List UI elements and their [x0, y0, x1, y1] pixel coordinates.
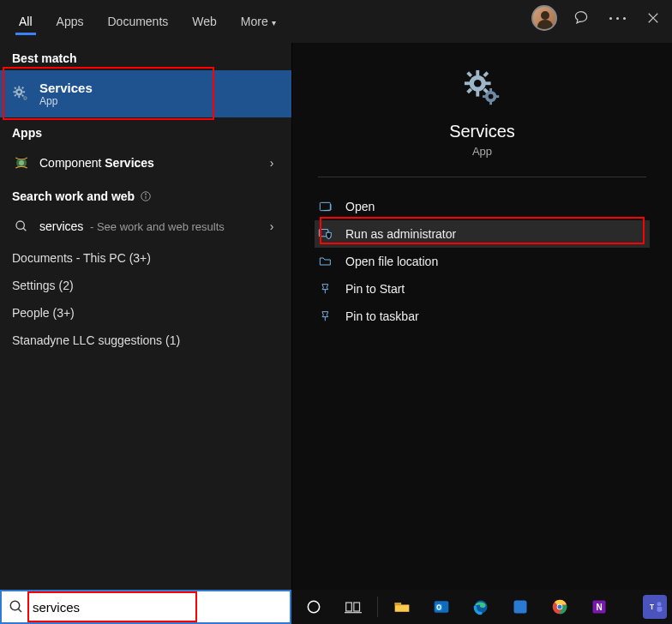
feedback-icon[interactable] — [569, 6, 593, 30]
svg-rect-26 — [483, 71, 489, 77]
folder-icon — [318, 255, 333, 267]
svg-rect-50 — [514, 601, 527, 614]
pin-icon — [318, 283, 333, 295]
taskbar-app-blue[interactable] — [503, 590, 537, 624]
section-best-match: Best match — [0, 43, 291, 70]
search-input[interactable] — [31, 591, 290, 622]
section-apps: Apps — [0, 117, 291, 145]
taskbar-task-view[interactable] — [336, 590, 370, 624]
action-open-file-location[interactable]: Open file location — [292, 248, 672, 275]
svg-rect-22 — [464, 81, 470, 85]
svg-rect-45 — [395, 603, 402, 605]
svg-rect-35 — [320, 202, 330, 210]
tab-web[interactable]: Web — [180, 4, 229, 39]
preview-subtitle: App — [292, 145, 672, 158]
chevron-right-icon: › — [264, 219, 279, 233]
group-stanadyne[interactable]: Stanadyne LLC suggestions (1) — [0, 327, 291, 354]
group-settings[interactable]: Settings (2) — [0, 272, 291, 299]
best-match-result[interactable]: Services App — [0, 70, 291, 117]
services-gear-icon — [463, 69, 502, 108]
svg-rect-30 — [489, 88, 492, 93]
best-match-subtitle: App — [39, 95, 93, 107]
open-icon — [318, 201, 333, 213]
svg-rect-31 — [489, 100, 492, 105]
services-gear-icon — [12, 85, 31, 104]
svg-point-34 — [488, 94, 493, 99]
more-options-icon[interactable] — [605, 6, 629, 30]
pin-icon — [318, 310, 333, 322]
svg-rect-2 — [18, 95, 20, 98]
svg-point-11 — [24, 97, 26, 99]
result-web-services[interactable]: services - See work and web results › — [0, 208, 291, 244]
taskbar-chrome[interactable] — [543, 590, 577, 624]
search-box[interactable] — [0, 590, 291, 624]
svg-point-53 — [558, 605, 562, 609]
info-icon — [140, 190, 152, 202]
taskbar-onenote[interactable]: N — [582, 590, 616, 624]
section-search-work-web: Search work and web — [0, 181, 291, 208]
svg-point-9 — [17, 90, 21, 93]
search-icon — [12, 217, 31, 236]
tab-all[interactable]: All — [7, 4, 45, 39]
taskbar-edge[interactable] — [464, 590, 498, 624]
svg-rect-23 — [484, 81, 490, 85]
tab-documents[interactable]: Documents — [95, 4, 180, 39]
chevron-down-icon: ▾ — [272, 18, 276, 27]
svg-rect-1 — [18, 86, 20, 88]
component-services-icon — [12, 153, 31, 172]
search-scope-tabs: All Apps Documents Web More▾ — [0, 0, 672, 43]
svg-point-28 — [473, 80, 481, 87]
taskbar: N — [291, 590, 672, 624]
close-button[interactable] — [641, 6, 665, 30]
annotation-highlight — [320, 217, 645, 244]
svg-rect-6 — [21, 94, 24, 97]
result-component-services[interactable]: Component Services › — [0, 145, 291, 181]
svg-point-58 — [657, 602, 662, 606]
svg-rect-8 — [14, 93, 16, 96]
svg-rect-43 — [354, 603, 360, 611]
taskbar-teams[interactable]: T — [643, 595, 667, 619]
search-icon — [2, 599, 31, 615]
svg-rect-4 — [22, 91, 25, 93]
taskbar-file-explorer[interactable] — [385, 590, 419, 624]
group-documents[interactable]: Documents - This PC (3+) — [0, 244, 291, 272]
search-results-panel: Best match Services App Apps — [0, 43, 291, 624]
svg-rect-33 — [495, 95, 499, 98]
group-people[interactable]: People (3+) — [0, 299, 291, 327]
svg-point-13 — [19, 160, 24, 165]
svg-rect-5 — [14, 87, 16, 89]
preview-title: Services — [292, 122, 672, 141]
action-pin-to-taskbar[interactable]: Pin to taskbar — [292, 303, 672, 330]
svg-text:N: N — [596, 603, 602, 612]
svg-rect-7 — [21, 87, 24, 89]
user-avatar[interactable] — [531, 5, 557, 31]
svg-rect-3 — [13, 91, 15, 93]
tab-more[interactable]: More▾ — [229, 4, 288, 39]
taskbar-outlook[interactable] — [424, 590, 459, 624]
svg-point-17 — [16, 221, 24, 229]
divider — [318, 177, 646, 177]
tab-apps[interactable]: Apps — [45, 4, 96, 39]
svg-text:T: T — [650, 603, 654, 611]
svg-rect-20 — [476, 70, 479, 76]
svg-point-41 — [308, 601, 319, 612]
svg-rect-24 — [466, 71, 472, 77]
svg-line-40 — [18, 609, 21, 612]
svg-line-18 — [23, 228, 26, 231]
svg-point-39 — [10, 601, 20, 610]
best-match-title: Services — [39, 81, 93, 95]
svg-rect-32 — [483, 95, 487, 98]
taskbar-cortana[interactable] — [297, 590, 331, 624]
chevron-right-icon: › — [264, 156, 279, 170]
svg-rect-21 — [476, 91, 479, 97]
divider — [377, 597, 378, 617]
action-pin-to-start[interactable]: Pin to Start — [292, 275, 672, 303]
svg-point-16 — [146, 194, 147, 195]
preview-panel: Services App Open Run as administrator — [291, 43, 672, 624]
svg-rect-42 — [346, 603, 352, 611]
